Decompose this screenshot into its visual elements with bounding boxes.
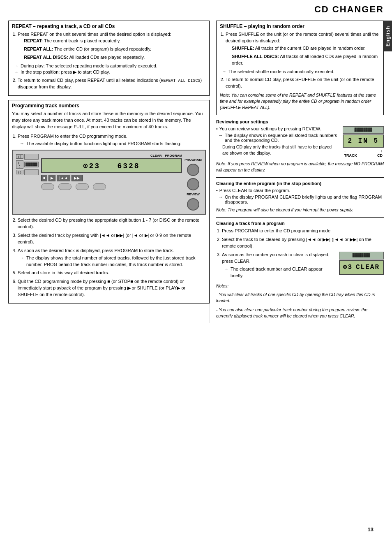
clearing-step-3-content: As soon as the number you wish to clear … xyxy=(222,252,384,280)
reviewing-arrow-text: The display shows in sequence all stored… xyxy=(225,133,339,143)
shuffle-steps: Press SHUFFLE on the unit (or on the rem… xyxy=(220,31,380,67)
arrow-icon: → xyxy=(218,133,223,138)
cd-unit-display: ( ) ( - ) ▓▓▓▓▓ xyxy=(12,150,206,215)
repeat-step2-list: To return to normal CD play, press REPEA… xyxy=(12,77,206,90)
repeat-bullet-2: → In the stop position: press ▶ to start… xyxy=(14,69,206,75)
repeat-bullet-1-text: During play: The selected repeating mode… xyxy=(21,63,157,68)
arrow-icon: → xyxy=(218,195,223,199)
review-display-container: ▓▓▓▓▓▓▓▓ 2 IN 5 ↓ ↓ TRACK CD xyxy=(343,126,384,158)
separator-1 xyxy=(216,177,384,178)
repeat-sub-2: REPEAT ALL: The entire CD (or program) i… xyxy=(24,46,206,53)
stop-btn[interactable]: ■ xyxy=(41,175,47,181)
clearing-track-note-2: - You can also clear one particular trac… xyxy=(216,307,384,319)
right-column: English SHUFFLE – playing in random orde… xyxy=(210,21,384,323)
clearing-track-title: Clearing a track from a program xyxy=(216,221,384,226)
shuffle-title: SHUFFLE – playing in random order xyxy=(220,23,380,29)
next-btn[interactable]: ▶▶| xyxy=(71,175,83,181)
repeat-steps: Press REPEAT on the unit several times u… xyxy=(12,31,206,61)
shuffle-note: Note: You can combine some of the REPEAT… xyxy=(220,92,380,111)
cd-right-buttons: PROGRAM REVIEW xyxy=(184,154,202,211)
slot-row-3: ( ) xyxy=(16,169,39,175)
review-display-main: 2 IN 5 xyxy=(343,134,384,148)
clearing-program-section: Clearing the entire program (in the stop… xyxy=(216,181,384,213)
oval-btn-4[interactable] xyxy=(93,183,106,190)
page-number: 13 xyxy=(368,526,374,533)
shuffle-section: SHUFFLE – playing in random order Press … xyxy=(216,21,384,115)
small-oval-buttons xyxy=(41,183,182,190)
review-label-row: TRACK CD xyxy=(343,153,384,158)
round-btn-2[interactable] xyxy=(187,178,199,190)
reviewing-extra: During CD play only the tracks that stil… xyxy=(222,144,339,156)
clearing-step-3-bullet: The cleared track number and CLEAR appea… xyxy=(231,266,335,279)
clear-display-top: ▓▓▓▓▓▓▓▓ xyxy=(339,252,384,259)
clearing-program-bullet-text: Press CLEAR to clear the program. xyxy=(219,188,290,193)
prog-step-1: Press PROGRAM to enter the CD programmin… xyxy=(18,133,206,147)
slot-2: ▓▓▓▓▓ xyxy=(24,162,39,167)
arrow-icon: → xyxy=(20,141,24,147)
programming-steps: Press PROGRAM to enter the CD programmin… xyxy=(12,133,206,147)
clearing-program-note: Note: The program will also be cleared i… xyxy=(216,207,384,213)
repeat-section: REPEAT – repeating a track, a CD or all … xyxy=(8,21,210,96)
prog-step-6: Quit the CD programming mode by pressing… xyxy=(18,278,206,298)
prog-step-1-bullet: The available display button functions l… xyxy=(26,141,181,147)
reviewing-bullet: • You can review your settings by pressi… xyxy=(216,126,339,131)
page-title: CD CHANGER xyxy=(8,4,384,17)
repeat-step-1-text: Press REPEAT on the unit several times u… xyxy=(18,32,171,37)
clear-display-num: ⊙3 xyxy=(343,263,353,272)
cd-main-display: ⊙23 6328 xyxy=(41,158,182,173)
shuffle-step-2: To return to normal CD play, press SHUFF… xyxy=(226,76,380,90)
repeat-subitems: REPEAT: The current track is played repe… xyxy=(24,38,206,61)
clearing-track-notes: Notes: - You will clear all tracks of on… xyxy=(216,283,384,319)
round-btn-1[interactable] xyxy=(187,164,199,176)
reviewing-note: Note: If you press REVIEW when no progra… xyxy=(216,161,384,173)
clearing-step-2: Select the track to be cleared by pressi… xyxy=(222,236,384,250)
repeat-step-2: To return to normal CD play, press REPEA… xyxy=(18,77,206,90)
play-btn[interactable]: ▶ xyxy=(48,175,55,181)
bullet-dot: • xyxy=(216,126,218,131)
program-label: PROGRAM xyxy=(165,154,182,158)
clearing-step-3-text: As soon as the number you wish to clear … xyxy=(222,252,335,280)
oval-btn-1[interactable] xyxy=(41,183,54,190)
oval-btn-3[interactable] xyxy=(76,183,89,190)
slot-row-1: ( ) xyxy=(16,154,39,160)
prog-step-4-bullet: The display shows the total number of st… xyxy=(26,255,206,268)
cd-slots: ( ) ( - ) ▓▓▓▓▓ xyxy=(16,154,39,211)
program-right-label: PROGRAM xyxy=(184,158,202,162)
round-btn-3[interactable] xyxy=(187,198,199,211)
clear-display-text: CLEAR xyxy=(356,263,380,272)
clearing-track-section: Clearing a track from a program Press PR… xyxy=(216,221,384,319)
repeat-bullet-2-text: In the stop position: press ▶ to start C… xyxy=(21,69,110,75)
reviewing-content: • You can review your settings by pressi… xyxy=(216,126,384,158)
shuffle-sub-2: SHUFFLE ALL DISCS: All tracks of all loa… xyxy=(232,53,380,67)
prog-step-2: Select the desired CD by pressing the ap… xyxy=(18,217,206,230)
shuffle-bullet-1: → The selected shuffle mode is automatic… xyxy=(222,69,380,74)
review-display-top: ▓▓▓▓▓▓▓▓ xyxy=(343,126,384,134)
oval-btn-2[interactable] xyxy=(58,183,71,190)
separator-2 xyxy=(216,217,384,218)
prev-btn[interactable]: |◄◄ xyxy=(57,175,70,181)
shuffle-bullet-1-text: The selected shuffle mode is automatical… xyxy=(228,69,334,74)
clearing-program-bullet: • Press CLEAR to clear the program. xyxy=(216,188,384,193)
prog-step-3: Select the desired track by pressing wit… xyxy=(18,232,206,246)
arrow-icon: → xyxy=(222,69,226,74)
slot-1 xyxy=(24,154,39,160)
programming-section: Programming track numbers You may select… xyxy=(8,100,210,303)
clearing-program-arrow-text: On the display PROGRAM CLEARED briefly l… xyxy=(225,195,384,204)
clearing-track-notes-label: Notes: xyxy=(216,283,384,289)
shuffle-sub-1: SHUFFLE: All tracks of the current CD ar… xyxy=(232,45,380,52)
repeat-bullet-1: → During play: The selected repeating mo… xyxy=(14,63,206,68)
slot-row-2: ( - ) ▓▓▓▓▓ xyxy=(16,160,39,169)
review-display-labels: ↓ ↓ xyxy=(343,148,384,153)
cd-label: CD xyxy=(377,153,383,158)
clear-label: CLEAR xyxy=(150,154,162,158)
programming-intro: You may select a number of tracks and st… xyxy=(12,111,206,130)
clearing-program-title: Clearing the entire program (in the stop… xyxy=(216,181,384,186)
arrow-icon: → xyxy=(224,266,228,273)
reviewing-bullet-text: You can review your settings by pressing… xyxy=(219,126,321,131)
shuffle-step2-list: To return to normal CD play, press SHUFF… xyxy=(220,76,380,90)
cd-main-display-area: CLEAR PROGRAM ⊙23 6328 ■ ▶ |◄◄ ▶▶| xyxy=(41,154,182,211)
english-tab: English xyxy=(384,21,392,51)
repeat-step-2-text: To return to normal CD play, press REPEA… xyxy=(18,78,202,90)
clearing-step-3: As soon as the number you wish to clear … xyxy=(222,252,384,280)
down-arrow-track: ↓ xyxy=(344,149,346,153)
